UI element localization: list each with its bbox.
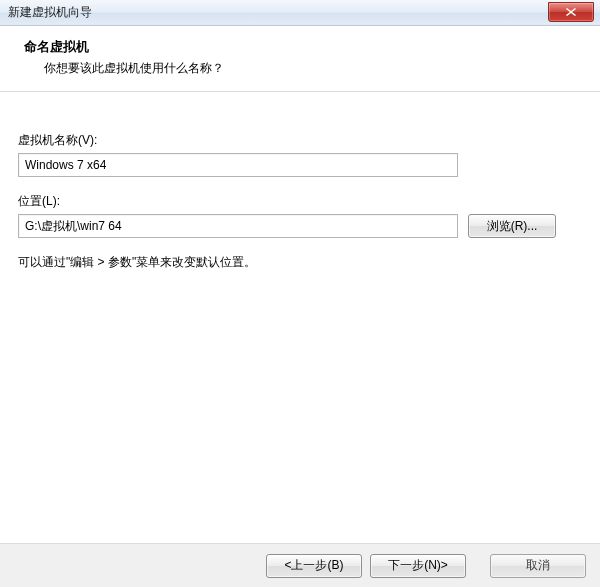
next-button[interactable]: 下一步(N)>	[370, 554, 466, 578]
location-label: 位置(L):	[18, 193, 582, 210]
cancel-button[interactable]: 取消	[490, 554, 586, 578]
page-title: 命名虚拟机	[24, 38, 584, 56]
location-input[interactable]	[18, 214, 458, 238]
wizard-header: 命名虚拟机 你想要该此虚拟机使用什么名称？	[0, 26, 600, 92]
vm-name-label: 虚拟机名称(V):	[18, 132, 582, 149]
location-group: 位置(L): 浏览(R)...	[18, 193, 582, 238]
vm-name-input[interactable]	[18, 153, 458, 177]
wizard-body: 虚拟机名称(V): 位置(L): 浏览(R)... 可以通过"编辑 > 参数"菜…	[0, 92, 600, 281]
back-button[interactable]: <上一步(B)	[266, 554, 362, 578]
close-icon	[566, 8, 576, 16]
window-title: 新建虚拟机向导	[8, 4, 92, 21]
close-button[interactable]	[548, 2, 594, 22]
titlebar: 新建虚拟机向导	[0, 0, 600, 26]
page-subtitle: 你想要该此虚拟机使用什么名称？	[24, 60, 584, 77]
wizard-footer: <上一步(B) 下一步(N)> 取消	[0, 543, 600, 587]
wizard-window: 新建虚拟机向导 命名虚拟机 你想要该此虚拟机使用什么名称？ 虚拟机名称(V): …	[0, 0, 600, 587]
vm-name-group: 虚拟机名称(V):	[18, 132, 582, 177]
browse-button[interactable]: 浏览(R)...	[468, 214, 556, 238]
hint-text: 可以通过"编辑 > 参数"菜单来改变默认位置。	[18, 254, 582, 271]
